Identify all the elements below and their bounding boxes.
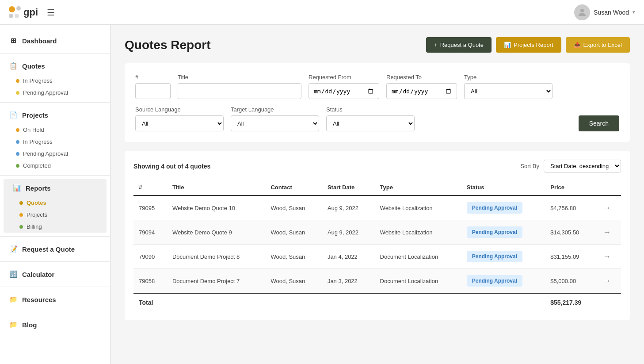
cell-title: Website Demo Quote 9 [167, 220, 266, 245]
dot-icon [16, 79, 19, 83]
sidebar-sub-reports-billing[interactable]: Billing [4, 221, 107, 233]
sidebar-sub-projects-pending[interactable]: Pending Approval [0, 148, 110, 160]
status-badge: Pending Approval [467, 275, 522, 287]
sidebar-item-request-quote[interactable]: 📝 Request a Quote [0, 240, 110, 258]
logo-dot-4 [15, 14, 19, 18]
filter-requested-from-label: Requested From [309, 74, 379, 80]
cell-price: $4,756.80 [545, 195, 598, 220]
row-arrow-button[interactable]: → [603, 252, 611, 261]
sidebar-item-resources[interactable]: 📁 Resources [0, 291, 110, 308]
sidebar-item-quotes[interactable]: 📋 Quotes [0, 57, 110, 75]
projects-report-label: Projects Report [514, 42, 553, 48]
sidebar-sub-label: On Hold [23, 126, 44, 133]
logo-dots [9, 6, 21, 18]
sidebar-item-blog[interactable]: 📁 Blog [0, 316, 110, 333]
sidebar-sub-label: In Progress [23, 138, 52, 145]
col-header-contact: Contact [265, 180, 322, 195]
row-arrow-button[interactable]: → [603, 228, 611, 237]
row-arrow-button[interactable]: → [603, 203, 611, 213]
filter-type-select[interactable]: All Website Localization Document Locali… [464, 83, 553, 99]
cell-action[interactable]: → [598, 245, 621, 269]
request-quote-button[interactable]: + Request a Quote [426, 37, 492, 53]
request-quote-label: Request a Quote [440, 42, 484, 48]
filter-number-input[interactable] [135, 83, 171, 99]
sidebar-item-dashboard[interactable]: ⊞ Dashboard [0, 32, 110, 50]
hamburger-menu[interactable]: ☰ [47, 7, 55, 18]
app-logo: gpi [9, 6, 38, 18]
cell-action[interactable]: → [598, 195, 621, 220]
table-row: 79095 Website Demo Quote 10 Wood, Susan … [133, 195, 621, 220]
row-arrow-button[interactable]: → [603, 276, 611, 286]
dot-icon [16, 128, 19, 132]
filter-target-lang-select[interactable]: All [231, 115, 319, 131]
cell-contact: Wood, Susan [265, 269, 322, 294]
filter-number-label: # [135, 74, 171, 80]
sidebar-sub-projects-inprogress[interactable]: In Progress [0, 136, 110, 148]
total-label: Total [133, 293, 545, 311]
cell-action[interactable]: → [598, 269, 621, 294]
calculator-icon: 🔢 [9, 270, 18, 279]
dot-icon [16, 91, 19, 95]
main-content: Quotes Report + Request a Quote 📊 Projec… [111, 25, 644, 364]
cell-title: Document Demo Project 8 [167, 245, 266, 269]
col-header-status: Status [461, 180, 545, 195]
filter-requested-from-input[interactable] [309, 83, 379, 99]
search-button[interactable]: Search [579, 115, 619, 131]
sidebar-sub-label: Pending Approval [23, 150, 68, 157]
svg-point-0 [580, 9, 584, 12]
sidebar-sub-quotes-pending[interactable]: Pending Approval [0, 87, 110, 99]
cell-type: Website Localization [375, 220, 461, 245]
filter-status: Status All Pending Approval In Progress … [326, 106, 415, 131]
sidebar-item-calculator[interactable]: 🔢 Calculator [0, 265, 110, 283]
cell-type: Document Localization [375, 269, 461, 294]
table-header-row: # Title Contact Start Date Type Status P… [133, 180, 621, 195]
resources-icon: 📁 [9, 295, 18, 304]
total-price: $55,217.39 [545, 293, 598, 311]
filter-requested-to: Requested To [386, 74, 457, 99]
status-badge: Pending Approval [467, 202, 522, 214]
sidebar-item-reports[interactable]: 📊 Reports [4, 179, 107, 197]
filter-title-input[interactable] [178, 83, 301, 99]
sidebar-sub-reports-projects[interactable]: Projects [4, 209, 107, 221]
reports-icon: 📊 [12, 184, 21, 192]
sidebar-sub-quotes-inprogress[interactable]: In Progress [0, 75, 110, 87]
cell-status: Pending Approval [461, 269, 545, 294]
request-quote-icon: 📝 [9, 245, 18, 253]
col-header-action [598, 180, 621, 195]
sidebar-sub-label: Pending Approval [23, 89, 68, 96]
table-row: 79094 Website Demo Quote 9 Wood, Susan A… [133, 220, 621, 245]
sidebar-sub-label: Billing [27, 223, 42, 230]
cell-action[interactable]: → [598, 220, 621, 245]
sidebar-sub-projects-completed[interactable]: Completed [0, 160, 110, 172]
avatar-icon [577, 7, 587, 18]
filter-status-select[interactable]: All Pending Approval In Progress Complet… [326, 115, 415, 131]
page-title: Quotes Report [125, 38, 210, 52]
user-name: Susan Wood [594, 9, 629, 16]
cell-type: Website Localization [375, 195, 461, 220]
projects-report-button[interactable]: 📊 Projects Report [496, 37, 561, 53]
cell-price: $31,155.09 [545, 245, 598, 269]
export-excel-label: Export to Excel [583, 42, 622, 48]
dot-icon [16, 152, 19, 156]
sidebar-label-projects: Projects [22, 111, 48, 119]
cell-id: 79090 [133, 245, 167, 269]
filter-number: # [135, 74, 171, 99]
sidebar-sub-reports-quotes[interactable]: Quotes [4, 197, 107, 209]
user-menu[interactable]: Susan Wood ▾ [574, 4, 635, 20]
cell-status: Pending Approval [461, 195, 545, 220]
export-excel-button[interactable]: 📤 Export to Excel [566, 37, 630, 53]
sidebar-item-projects[interactable]: 📄 Projects [0, 106, 110, 124]
results-header: Showing 4 out of 4 quotes Sort By Start … [133, 160, 621, 172]
cell-price: $5,000.00 [545, 269, 598, 294]
filter-requested-to-input[interactable] [386, 83, 457, 99]
dot-icon [19, 225, 23, 229]
col-header-type: Type [375, 180, 461, 195]
total-row: Total $55,217.39 [133, 293, 621, 311]
cell-contact: Wood, Susan [265, 220, 322, 245]
sort-select[interactable]: Start Date, descending [544, 160, 621, 172]
sidebar-label-quotes: Quotes [22, 62, 45, 70]
filter-source-lang-select[interactable]: All [135, 115, 224, 131]
sidebar-sub-projects-onhold[interactable]: On Hold [0, 124, 110, 136]
sidebar-sub-label: In Progress [23, 77, 52, 84]
sidebar: ⊞ Dashboard 📋 Quotes In Progress Pending… [0, 25, 111, 364]
